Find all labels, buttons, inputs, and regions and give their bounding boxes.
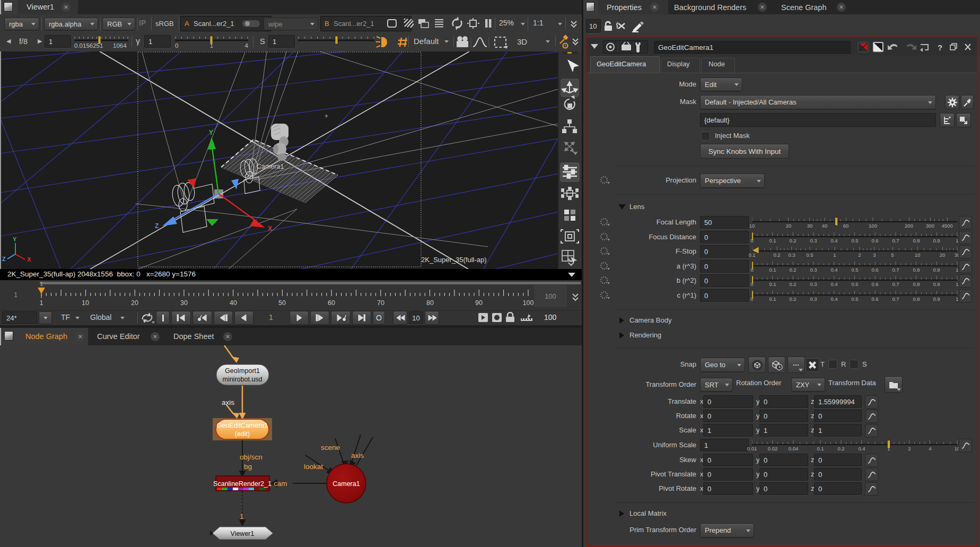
svg-text:Z: Z bbox=[155, 222, 159, 230]
svg-text:Y: Y bbox=[13, 236, 17, 242]
svg-text:axis: axis bbox=[222, 398, 234, 406]
svg-text:minirobot.usd: minirobot.usd bbox=[222, 376, 262, 383]
svg-text:lookat: lookat bbox=[304, 463, 323, 471]
svg-text:Camera1: Camera1 bbox=[257, 163, 284, 170]
svg-text:Y: Y bbox=[209, 129, 213, 136]
svg-text:X: X bbox=[268, 225, 272, 232]
svg-text:Z: Z bbox=[2, 256, 6, 262]
svg-text:GeoEditCamera1: GeoEditCamera1 bbox=[217, 422, 268, 429]
svg-text:1: 1 bbox=[240, 513, 244, 520]
svg-text:Viewer1: Viewer1 bbox=[231, 530, 255, 537]
svg-text:obj/scn: obj/scn bbox=[240, 453, 262, 461]
svg-text:Camera1: Camera1 bbox=[332, 480, 360, 488]
svg-text:(edit): (edit) bbox=[235, 430, 250, 438]
svg-text:+: + bbox=[325, 112, 328, 120]
svg-text:1: 1 bbox=[40, 281, 43, 287]
svg-text:axis: axis bbox=[351, 452, 364, 459]
svg-text:scene: scene bbox=[321, 444, 340, 452]
svg-text:cam: cam bbox=[274, 480, 287, 488]
svg-text:?: ? bbox=[938, 43, 942, 52]
svg-text:X: X bbox=[27, 256, 31, 263]
svg-text:2K_Super_35(full-ap): 2K_Super_35(full-ap) bbox=[421, 256, 487, 264]
svg-text:ScanlineRender2_1: ScanlineRender2_1 bbox=[213, 480, 272, 488]
svg-text:bg: bg bbox=[244, 463, 252, 471]
svg-text:GeoImport1: GeoImport1 bbox=[225, 367, 260, 375]
